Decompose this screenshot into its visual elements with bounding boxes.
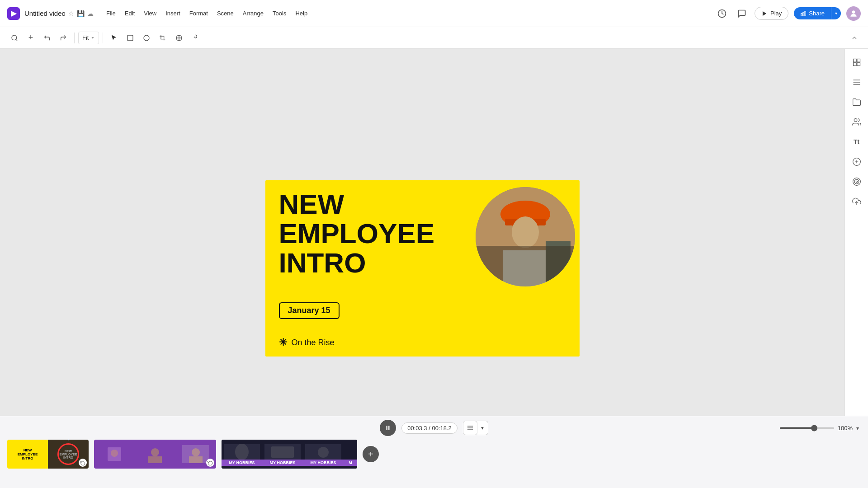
title-bar: ▶ Untitled video ☆ 💾 ☁ File Edit View In… [0,0,868,27]
menu-tools[interactable]: Tools [269,8,290,19]
bottom-timeline-area: 00:03.3 / 00:18.2 ▾ 100% ▾ [0,416,868,488]
menu-insert[interactable]: Insert [162,8,184,19]
menu-format[interactable]: Format [186,8,212,19]
timeline: NEWEMPLOYEEINTRO NEWEMPLOYEEINTRO [0,440,868,472]
circle-tool[interactable] [139,31,154,45]
playhead-indicator [65,440,71,441]
svg-rect-2 [801,13,802,16]
share-dropdown-button[interactable]: ▾ [831,7,841,19]
zoom-slider[interactable] [780,427,834,429]
comment-button[interactable] [735,6,749,21]
svg-rect-20 [476,246,575,286]
time-display: 00:03.3 / 00:18.2 [401,422,458,434]
tagline-text: On the Rise [292,338,335,347]
export-panel-button[interactable] [849,193,865,210]
zoom-control: 100% ▾ [780,425,859,432]
menu-view[interactable]: View [140,8,160,19]
menu-arrange[interactable]: Arrange [239,8,267,19]
svg-rect-24 [857,63,860,66]
svg-rect-52 [271,446,294,458]
options-dropdown-button[interactable]: ▾ [477,421,488,435]
zoom-percentage: 100% [838,425,853,432]
clip-group-2[interactable] [94,440,216,469]
clip-thumb-purple-2 [135,440,175,469]
tagline: ✳ On the Rise [279,337,335,348]
text-tool[interactable] [123,31,137,45]
play-button[interactable]: Play [755,7,788,20]
pen-tool[interactable] [188,31,203,45]
clip-thumb-hobbies-3: MY HOBBIES [303,440,344,469]
folder-panel-button[interactable] [849,94,865,110]
svg-rect-21 [853,59,856,62]
scene-panel-button[interactable] [849,54,865,70]
add-clip-button[interactable]: + [363,446,379,462]
menu-scene[interactable]: Scene [213,8,237,19]
svg-point-28 [854,119,857,122]
menu-help[interactable]: Help [292,8,311,19]
clip-thumb-hobbies-2: MY HOBBIES [262,440,303,469]
hobbies-label-3: MY HOBBIES [303,460,344,466]
text-icon: Tt [854,138,859,145]
svg-marker-1 [763,11,766,16]
shape-panel-button[interactable] [849,154,865,170]
date-badge: January 15 [279,302,340,319]
shape-tool[interactable] [172,31,186,45]
tagline-star: ✳ [279,337,287,348]
svg-point-55 [318,447,329,458]
svg-rect-23 [853,63,856,66]
save-icon[interactable]: 💾 [77,10,85,17]
zoom-dropdown[interactable]: ▾ [856,425,859,431]
svg-point-29 [853,178,860,186]
svg-rect-46 [189,456,203,463]
select-tool[interactable] [107,31,121,45]
current-time: 00:03.3 [407,425,427,432]
zoom-in-button[interactable] [7,31,22,45]
clip-group-1[interactable]: NEWEMPLOYEEINTRO NEWEMPLOYEEINTRO [7,440,89,469]
text-panel-button[interactable]: Tt [849,134,865,150]
avatar[interactable] [846,6,861,21]
svg-rect-4 [805,11,806,16]
redo-button[interactable] [56,31,71,45]
svg-rect-22 [857,59,860,62]
add-button[interactable]: + [24,31,38,45]
star-icon[interactable]: ☆ [68,10,74,17]
playback-controls: 00:03.3 / 00:18.2 ▾ 100% ▾ [0,416,868,440]
document-title: Untitled video [24,9,66,17]
zoom-slider-thumb[interactable] [811,425,817,431]
hobbies-label-partial: M [344,460,357,466]
clip-group-3[interactable]: MY HOBBIES MY HOBBIES MY HOBBIES [222,440,357,469]
pause-button[interactable] [380,420,396,436]
zoom-selector[interactable]: Fit [78,32,99,44]
undo-button[interactable] [40,31,54,45]
toolbar: + Fit [0,27,868,49]
cloud-icon[interactable]: ☁ [87,10,94,17]
layout-panel-button[interactable] [849,74,865,90]
toolbar-separator2 [103,33,103,43]
svg-point-30 [854,179,859,184]
slide-title: NEW EMPLOYEE INTRO [279,189,435,277]
people-panel-button[interactable] [849,114,865,130]
menu-edit[interactable]: Edit [121,8,138,19]
history-button[interactable] [715,6,729,21]
slide-canvas[interactable]: NEW EMPLOYEE INTRO January 15 ✳ On the R… [265,180,580,357]
share-button-group: Share ▾ [794,7,841,19]
svg-rect-9 [127,35,133,41]
svg-rect-3 [803,12,804,16]
target-panel-button[interactable] [849,174,865,190]
crop-tool[interactable] [156,31,170,45]
clip-sync-icon-2[interactable] [206,459,214,467]
menu-file[interactable]: File [103,8,119,19]
svg-point-17 [512,216,539,248]
clip-sync-icon-1[interactable] [79,459,87,467]
svg-point-45 [192,448,200,456]
app-logo: ▶ [7,7,20,20]
svg-rect-34 [388,426,389,430]
share-main-button[interactable]: Share [794,7,831,19]
title-section: Untitled video ☆ 💾 ☁ [24,9,94,17]
svg-point-31 [856,181,857,182]
options-button[interactable] [463,421,477,435]
svg-point-42 [151,448,159,456]
options-group: ▾ [463,421,488,435]
collapse-button[interactable] [848,32,861,44]
photo-circle [476,187,575,286]
